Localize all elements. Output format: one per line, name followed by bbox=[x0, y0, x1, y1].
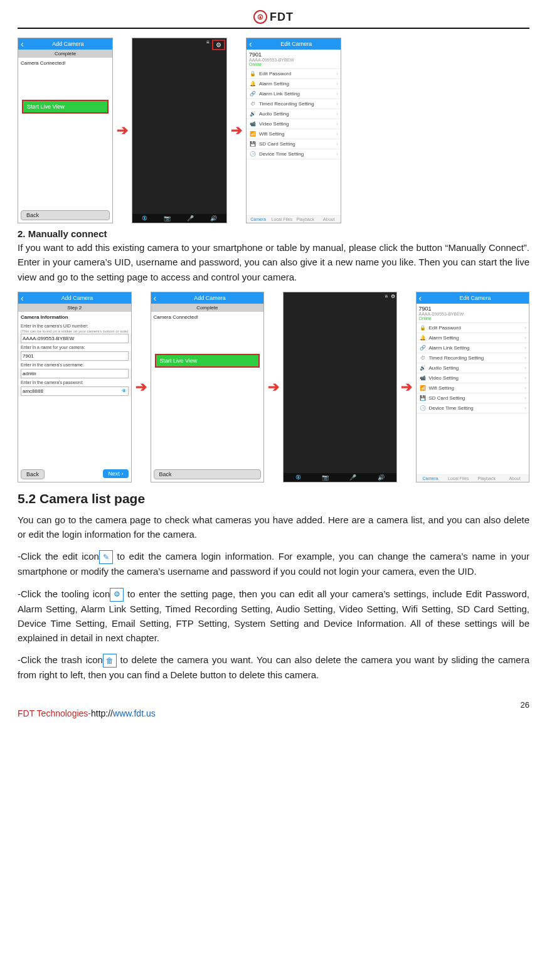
uid-label: Enter in the camera's UID number: bbox=[18, 322, 131, 329]
back-icon[interactable]: ‹ bbox=[154, 293, 157, 303]
next-button[interactable]: Next › bbox=[103, 469, 128, 478]
tab-about[interactable]: About bbox=[317, 216, 341, 223]
name-input[interactable]: 7901 bbox=[21, 351, 129, 361]
setting-device-time[interactable]: 🕒Device Time Setting› bbox=[417, 403, 529, 413]
setting-alarm-link[interactable]: 🔗Alarm Link Setting› bbox=[417, 343, 529, 353]
back-button[interactable]: Back bbox=[154, 469, 262, 479]
start-live-view-button[interactable]: Start Live View bbox=[22, 100, 109, 114]
setting-timed-recording[interactable]: ⏱Timed Recording Setting› bbox=[247, 99, 341, 109]
uid-input[interactable]: AAAA-099553-BYBEW bbox=[21, 334, 129, 343]
camera-name: 7901 bbox=[419, 306, 527, 312]
chevron-icon: › bbox=[336, 71, 338, 77]
gear-icon[interactable]: ⚙ bbox=[212, 40, 225, 50]
live-bottombar: ⦿ 📷 🎤 🔊 bbox=[132, 214, 226, 223]
video-icon: 📹 bbox=[249, 121, 257, 127]
username-label: Enter in the camera's username: bbox=[18, 361, 131, 368]
arrow-icon: ➔ bbox=[135, 379, 147, 395]
back-button[interactable]: Back bbox=[21, 469, 45, 479]
chevron-icon: › bbox=[336, 131, 338, 137]
tab-playback[interactable]: Playback bbox=[294, 216, 317, 223]
tab-playback[interactable]: Playback bbox=[472, 475, 501, 482]
name-label: Enter in a name for your camera: bbox=[18, 344, 131, 351]
wifi-icon: 📶 bbox=[419, 385, 427, 391]
camera-view bbox=[284, 301, 396, 473]
camera-header: 7901 AAAA-099553-BYBEW Online bbox=[247, 50, 341, 69]
setting-video[interactable]: 📹Video Setting› bbox=[247, 119, 341, 129]
tab-about[interactable]: About bbox=[501, 475, 529, 482]
screenshot-row-1: ‹Add Camera Complete Camera Connected! S… bbox=[18, 38, 529, 223]
paragraph-edit-icon: -Click the edit icon✎ to edit the camera… bbox=[18, 549, 529, 578]
setting-wifi[interactable]: 📶Wifi Setting› bbox=[417, 383, 529, 393]
lock-icon: 🔒 bbox=[249, 71, 257, 77]
mic-icon[interactable]: 🎤 bbox=[187, 215, 194, 221]
setting-audio[interactable]: 🔊Audio Setting› bbox=[247, 109, 341, 119]
back-icon[interactable]: ‹ bbox=[21, 39, 24, 49]
tab-camera[interactable]: Camera bbox=[417, 475, 445, 482]
sliders-icon[interactable]: ≡ bbox=[385, 294, 388, 299]
paragraph-manually-connect: If you want to add this existing camera … bbox=[18, 240, 529, 284]
setting-edit-password[interactable]: 🔒Edit Password› bbox=[247, 69, 341, 79]
mic-icon[interactable]: 🎤 bbox=[349, 474, 356, 481]
setting-alarm[interactable]: 🔔Alarm Setting› bbox=[247, 79, 341, 89]
setting-video[interactable]: 📹Video Setting› bbox=[417, 373, 529, 383]
arrow-icon: ➔ bbox=[268, 379, 279, 395]
back-icon[interactable]: ‹ bbox=[21, 293, 24, 303]
chevron-icon: › bbox=[336, 111, 338, 117]
back-icon[interactable]: ‹ bbox=[249, 39, 252, 49]
setting-alarm-link[interactable]: 🔗Alarm Link Setting› bbox=[247, 89, 341, 99]
audio-icon: 🔊 bbox=[249, 111, 257, 117]
connected-label: Camera Connected! bbox=[151, 312, 264, 322]
page-header: ⦿ FDT bbox=[18, 8, 529, 29]
clock-icon: ⏱ bbox=[419, 355, 427, 361]
setting-timed-recording[interactable]: ⏱Timed Recording Setting› bbox=[417, 353, 529, 363]
link-icon: 🔗 bbox=[419, 345, 427, 351]
username-input[interactable]: admin bbox=[21, 369, 129, 378]
snapshot-icon[interactable]: ⦿ bbox=[142, 215, 147, 221]
start-live-view-button[interactable]: Start Live View bbox=[155, 354, 260, 368]
camera-view bbox=[132, 51, 226, 214]
password-label: Enter in the camera's password: bbox=[18, 379, 131, 386]
setting-edit-password[interactable]: 🔒Edit Password› bbox=[417, 323, 529, 333]
bottom-tabs: Camera Local Files Playback About bbox=[417, 474, 529, 482]
paragraph-camera-list-intro: You can go to the camera page to check w… bbox=[18, 513, 529, 542]
page-footer: FDT Technologies-http://www.fdt.us 26 bbox=[18, 700, 529, 718]
setting-device-time[interactable]: 🕒Device Time Setting› bbox=[247, 149, 341, 159]
heading-camera-list-page: 5.2 Camera list page bbox=[18, 491, 529, 506]
speaker-icon[interactable]: 🔊 bbox=[378, 474, 385, 481]
setting-sd-card[interactable]: 💾SD Card Setting› bbox=[417, 393, 529, 403]
setting-audio[interactable]: 🔊Audio Setting› bbox=[417, 363, 529, 373]
back-button[interactable]: Back bbox=[21, 210, 110, 220]
tab-camera[interactable]: Camera bbox=[247, 216, 270, 223]
live-bottombar: ⦿ 📷 🎤 🔊 bbox=[284, 473, 396, 482]
record-icon[interactable]: 📷 bbox=[322, 474, 329, 481]
speaker-icon[interactable]: 🔊 bbox=[210, 215, 217, 221]
record-icon[interactable]: 📷 bbox=[164, 215, 171, 221]
phone-complete-2: ‹Add Camera Complete Camera Connected! S… bbox=[151, 292, 265, 482]
chevron-icon: › bbox=[336, 141, 338, 147]
phone-camera-info-form: ‹Add Camera Step 2 Camera Information En… bbox=[18, 292, 132, 482]
camera-status: Online bbox=[419, 316, 527, 321]
setting-alarm[interactable]: 🔔Alarm Setting› bbox=[417, 333, 529, 343]
screenshot-row-2: ‹Add Camera Step 2 Camera Information En… bbox=[18, 292, 529, 482]
settings-list: 🔒Edit Password› 🔔Alarm Setting› 🔗Alarm L… bbox=[417, 323, 529, 413]
time-icon: 🕒 bbox=[419, 405, 427, 411]
password-input[interactable]: amc8888👁 bbox=[21, 386, 129, 396]
bell-icon: 🔔 bbox=[249, 81, 257, 87]
bell-icon: 🔔 bbox=[419, 335, 427, 341]
tab-local-files[interactable]: Local Files bbox=[444, 475, 472, 482]
titlebar-edit-camera: ‹Edit Camera bbox=[247, 38, 341, 50]
wifi-icon: 📶 bbox=[249, 131, 257, 137]
back-icon[interactable]: ‹ bbox=[419, 293, 422, 303]
snapshot-icon[interactable]: ⦿ bbox=[295, 474, 301, 481]
tab-local-files[interactable]: Local Files bbox=[270, 216, 294, 223]
footer-text: FDT Technologies-http://www.fdt.us bbox=[18, 708, 156, 718]
sliders-icon[interactable]: ≡ bbox=[206, 40, 210, 50]
chevron-icon: › bbox=[524, 365, 526, 371]
paragraph-trash-icon: -Click the trash icon🗑 to delete the cam… bbox=[18, 652, 529, 682]
setting-sd-card[interactable]: 💾SD Card Setting› bbox=[247, 139, 341, 149]
camera-info-heading: Camera Information bbox=[18, 312, 131, 322]
eye-icon[interactable]: 👁 bbox=[122, 388, 127, 394]
setting-wifi[interactable]: 📶Wifi Setting› bbox=[247, 129, 341, 139]
gear-icon[interactable]: ⚙ bbox=[391, 294, 395, 299]
bottom-tabs: Camera Local Files Playback About bbox=[247, 215, 341, 223]
